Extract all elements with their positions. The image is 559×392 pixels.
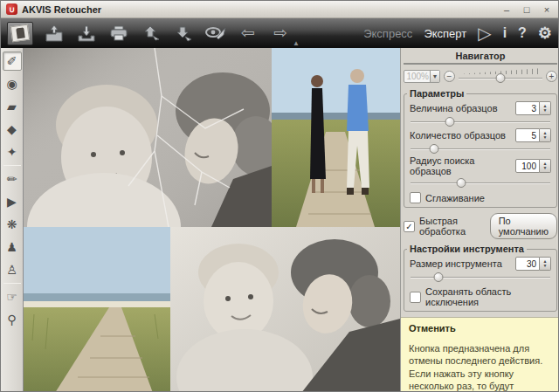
magic-wand-icon: ✦ bbox=[7, 145, 17, 159]
image-canvas[interactable] bbox=[24, 48, 400, 392]
tool-size-value[interactable]: 30 bbox=[515, 257, 540, 271]
zoom-in-button[interactable]: + bbox=[546, 71, 557, 82]
hand-icon: ☞ bbox=[6, 290, 17, 304]
eye-pencil-icon bbox=[204, 24, 227, 43]
title-bar: ∪ AKVIS Retoucher – □ × bbox=[1, 1, 558, 18]
photo-collage bbox=[24, 48, 400, 392]
exclusion-tool[interactable]: ◉ bbox=[3, 74, 22, 93]
parameters-legend: Параметры bbox=[407, 88, 466, 99]
toolbar-right-group: Экспресс Эксперт ▷ i ? ⚙ bbox=[363, 23, 552, 44]
eraser-icon: ▰ bbox=[7, 100, 17, 113]
settings-button[interactable]: ⚙ bbox=[538, 24, 552, 43]
navigator-thumbnail[interactable] bbox=[404, 63, 557, 65]
tool-size-spin-buttons[interactable]: ▲▼ bbox=[540, 257, 551, 271]
sample-size-value[interactable]: 3 bbox=[515, 101, 540, 115]
sample-size-slider[interactable] bbox=[411, 117, 550, 127]
settings-panel: Навигатор bbox=[400, 48, 559, 391]
search-radius-row: Радиус поиска образцов 100 ▲▼ bbox=[410, 155, 551, 176]
zoom-out-button[interactable]: − bbox=[444, 71, 455, 82]
tool-size-handle[interactable] bbox=[434, 272, 444, 282]
app-window: ∪ AKVIS Retoucher – □ × bbox=[0, 0, 559, 392]
search-radius-slider[interactable] bbox=[411, 178, 550, 188]
minimize-button[interactable]: – bbox=[500, 3, 513, 16]
selection-bucket-icon: ◆ bbox=[7, 122, 17, 136]
default-button[interactable]: По умолчанию bbox=[490, 213, 557, 239]
sample-size-spinner: 3 ▲▼ bbox=[515, 101, 551, 115]
palette-separator bbox=[3, 165, 21, 166]
hand-tool[interactable]: ☞ bbox=[3, 287, 22, 306]
sample-image-button[interactable] bbox=[7, 22, 33, 45]
zoom-controls: 100% ▼ − + bbox=[404, 68, 557, 84]
chameleon-brush-tool[interactable]: ♙ bbox=[3, 260, 22, 279]
help-button[interactable]: ? bbox=[518, 25, 527, 41]
toolbar-collapse-handle[interactable]: ▲ bbox=[293, 39, 300, 47]
toolbar-left-group: ⇦ ⇨ bbox=[7, 22, 292, 45]
sample-size-handle[interactable] bbox=[445, 117, 454, 127]
zoom-combo[interactable]: 100% ▼ bbox=[404, 70, 440, 83]
info-button[interactable]: i bbox=[503, 25, 507, 41]
navigator-title: Навигатор bbox=[404, 51, 557, 61]
run-processing-tool[interactable]: ▶ bbox=[3, 192, 22, 211]
open-folder-icon bbox=[44, 24, 65, 43]
upload-pencil-icon bbox=[141, 24, 162, 43]
tab-express[interactable]: Экспресс bbox=[363, 27, 412, 40]
hint-box: Отменить Кнопка предназначена для отмены… bbox=[401, 317, 559, 392]
run-button[interactable]: ▷ bbox=[478, 23, 491, 44]
couple-photo bbox=[272, 48, 400, 227]
redo-button[interactable]: ⇨ bbox=[269, 22, 292, 45]
maximize-button[interactable]: □ bbox=[521, 3, 533, 16]
tab-expert[interactable]: Эксперт bbox=[424, 27, 466, 40]
sample-count-slider[interactable] bbox=[411, 144, 550, 154]
akvis-logo-icon: ∪ bbox=[6, 3, 17, 15]
magic-wand-tool[interactable]: ✦ bbox=[3, 142, 22, 162]
smudge-icon: ✏ bbox=[7, 172, 17, 186]
sample-count-row: Количество образцов 5 ▲▼ bbox=[410, 128, 551, 142]
export-button[interactable] bbox=[140, 22, 162, 45]
patch-tool[interactable]: ❋ bbox=[3, 215, 22, 234]
zoom-slider[interactable] bbox=[459, 68, 542, 84]
smoothing-row: Сглаживание bbox=[410, 192, 551, 203]
sample-count-value[interactable]: 5 bbox=[515, 128, 540, 142]
selection-brush-tool[interactable]: ✐ bbox=[3, 52, 22, 71]
tool-size-label: Размер инструмента bbox=[410, 258, 502, 269]
sample-count-handle[interactable] bbox=[430, 144, 439, 154]
undo-button[interactable]: ⇦ bbox=[237, 22, 259, 45]
selection-bucket-tool[interactable]: ◆ bbox=[3, 120, 22, 139]
navigator-preview bbox=[404, 64, 557, 65]
fast-processing-label: Быстрая обработка bbox=[419, 216, 486, 237]
selection-brush-icon: ✐ bbox=[7, 54, 17, 68]
search-radius-spin-buttons[interactable]: ▲▼ bbox=[540, 159, 551, 173]
clone-stamp-tool[interactable]: ♟ bbox=[3, 237, 22, 257]
sample-count-spin-buttons[interactable]: ▲▼ bbox=[540, 128, 551, 142]
smudge-tool[interactable]: ✏ bbox=[3, 169, 22, 189]
print-button[interactable] bbox=[107, 22, 130, 45]
zoom-slider-handle[interactable] bbox=[496, 73, 506, 83]
tool-size-slider[interactable] bbox=[411, 272, 550, 282]
smoothing-checkbox[interactable] bbox=[410, 192, 421, 203]
window-controls: – □ × bbox=[500, 3, 553, 16]
tool-settings-group: Настройки инструмента Размер инструмента… bbox=[404, 244, 557, 312]
open-image-button[interactable] bbox=[43, 22, 66, 45]
main-toolbar: ⇦ ⇨ Экспресс Эксперт ▷ i ? ⚙ bbox=[1, 18, 558, 48]
sample-count-label: Количество образцов bbox=[410, 130, 506, 141]
zoom-dropdown-icon[interactable]: ▼ bbox=[430, 71, 439, 82]
tool-palette: ✐ ◉ ▰ ◆ ✦ ✏ ▶ ❋ ♟ ♙ ☞ ⚲ bbox=[1, 48, 24, 391]
eraser-tool[interactable]: ▰ bbox=[3, 97, 22, 116]
import-button[interactable] bbox=[172, 22, 195, 45]
keep-exclusion-checkbox[interactable] bbox=[410, 292, 421, 303]
save-image-button[interactable] bbox=[75, 22, 98, 45]
patch-icon: ❋ bbox=[7, 217, 17, 231]
clone-stamp-icon: ♟ bbox=[6, 240, 17, 254]
search-radius-handle[interactable] bbox=[456, 178, 466, 188]
save-icon bbox=[76, 24, 97, 43]
chameleon-brush-icon: ♙ bbox=[6, 263, 17, 277]
sample-size-spin-buttons[interactable]: ▲▼ bbox=[540, 101, 551, 115]
close-button[interactable]: × bbox=[541, 3, 553, 16]
preview-button[interactable] bbox=[204, 22, 227, 45]
zoom-tool[interactable]: ⚲ bbox=[3, 310, 22, 329]
zoom-value: 100% bbox=[404, 72, 430, 81]
search-radius-value[interactable]: 100 bbox=[515, 159, 540, 173]
sample-size-label: Величина образцов bbox=[410, 103, 498, 113]
fast-processing-row: ✓ Быстрая обработка По умолчанию bbox=[404, 213, 557, 239]
fast-processing-checkbox[interactable]: ✓ bbox=[404, 221, 415, 232]
